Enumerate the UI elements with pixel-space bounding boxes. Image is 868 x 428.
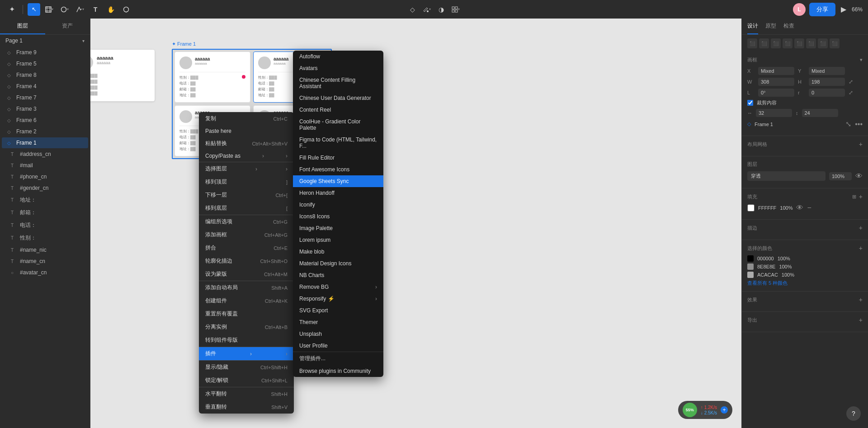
- plugin-lorem-ipsum[interactable]: Lorem ipsum: [293, 234, 383, 246]
- ctx-show-hide[interactable]: 显示/隐藏 Ctrl+Shift+H: [199, 361, 294, 374]
- ctx-plugins[interactable]: 插件 ›: [199, 347, 294, 360]
- ctx-outline-stroke[interactable]: 轮廓化描边 Ctrl+Shift+O: [199, 254, 294, 268]
- plugin-coolhue[interactable]: CoolHue - Gradient Color Palette: [293, 116, 383, 134]
- layer-frame9[interactable]: ◇ Frame 9: [2, 47, 88, 58]
- fill-visible-icon[interactable]: 👁: [796, 204, 803, 212]
- ctx-add-auto-layout[interactable]: 添加自动布局 Shift+A: [199, 281, 294, 294]
- fill-style-icon[interactable]: ⊞: [852, 194, 856, 200]
- padding-v-input[interactable]: [802, 109, 838, 117]
- layer-address-label[interactable]: T 地址：: [2, 194, 88, 206]
- plugin-responsify[interactable]: Responsify ⚡›: [293, 293, 383, 305]
- ctx-send-backward[interactable]: 下移一层 Ctrl+[: [199, 188, 294, 202]
- frame-options-icon[interactable]: •••: [855, 120, 863, 128]
- hand-tool[interactable]: ✋: [104, 3, 117, 16]
- plugin-fill-rule[interactable]: Fill Rule Editor: [293, 152, 383, 164]
- ctx-detach-instance[interactable]: 分离实例 Ctrl+Alt+B: [199, 320, 294, 334]
- layer-frame6[interactable]: ◇ Frame 6: [2, 115, 88, 126]
- tab-layers[interactable]: 图层: [0, 19, 45, 34]
- ctx-send-to-back[interactable]: 移到底层 [: [199, 202, 294, 215]
- align-center-v-icon[interactable]: ⬛: [794, 38, 804, 48]
- plugin-autoflow[interactable]: Autoflow: [293, 51, 383, 62]
- fill-add-icon[interactable]: +: [859, 193, 863, 200]
- ctx-add-frame[interactable]: 添加画框 Ctrl+Alt+G: [199, 228, 294, 241]
- comment-tool[interactable]: [120, 3, 132, 16]
- plugin-font-awesome[interactable]: Font Awesome Icons: [293, 164, 383, 175]
- ctx-flatten[interactable]: 拼合 Ctrl+E: [199, 241, 294, 254]
- plugin-content-reel[interactable]: Content Reel: [293, 104, 383, 116]
- align-top-icon[interactable]: ⬛: [783, 38, 793, 48]
- layer-frame2[interactable]: ◇ Frame 2: [2, 126, 88, 137]
- text-tool[interactable]: T: [89, 3, 102, 16]
- tab-inspect[interactable]: 检查: [783, 19, 794, 34]
- ctx-paste-replace[interactable]: 粘贴替换 Ctrl+Alt+Shift+V: [199, 137, 294, 150]
- view-all-colors[interactable]: 查看所有 5 种颜色: [747, 280, 863, 287]
- plugin-make-blob[interactable]: Make blob: [293, 246, 383, 258]
- plugin-image-palette[interactable]: Image Palette: [293, 222, 383, 234]
- half-circle-icon[interactable]: ◑: [435, 3, 448, 16]
- plugin-nb-charts[interactable]: NB Charts: [293, 269, 383, 281]
- layer-frame1[interactable]: ◇ Frame 1: [2, 137, 88, 148]
- distribute-h-icon[interactable]: ⬛: [818, 38, 828, 48]
- color-swatch-2[interactable]: [747, 263, 754, 270]
- ctx-bring-to-front[interactable]: 移到顶层 ]: [199, 175, 294, 188]
- frame-tool[interactable]: ▾: [43, 3, 56, 16]
- ctx-select-layer[interactable]: 选择图层 ›: [199, 162, 294, 175]
- ctx-create-component[interactable]: 创建组件 Ctrl+Alt+K: [199, 294, 294, 307]
- fill-color-swatch[interactable]: [747, 204, 755, 212]
- diamond-icon[interactable]: ◇: [406, 3, 419, 16]
- plugin-browse-community[interactable]: Browse plugins in Community: [293, 365, 383, 377]
- plugin-manage[interactable]: 管理插件...: [293, 352, 383, 365]
- visibility-icon[interactable]: 👁: [855, 172, 863, 180]
- color-swatch-1[interactable]: [747, 255, 754, 262]
- shape-tool[interactable]: ▾: [58, 3, 71, 16]
- network-expand-icon[interactable]: +: [721, 406, 728, 414]
- play-button[interactable]: ▶: [839, 3, 848, 15]
- stroke-add-icon[interactable]: +: [859, 224, 863, 231]
- ctx-group[interactable]: 编组所选项 Ctrl+G: [199, 215, 294, 228]
- layer-frame7[interactable]: ◇ Frame 7: [2, 92, 88, 103]
- share-button[interactable]: 分享: [809, 3, 835, 16]
- plugin-icons8[interactable]: Icons8 Icons: [293, 211, 383, 222]
- layout-add-icon[interactable]: +: [859, 141, 863, 148]
- plugin-unsplash[interactable]: Unsplash: [293, 328, 383, 340]
- ctx-reset-overrides[interactable]: 重置所有覆盖: [199, 307, 294, 320]
- fill-remove-icon[interactable]: −: [807, 204, 811, 212]
- padding-h-input[interactable]: [756, 109, 792, 117]
- page-indicator[interactable]: Page 1 ▾: [0, 35, 90, 47]
- layer-frame3[interactable]: ◇ Frame 3: [2, 103, 88, 114]
- layer-phone-label[interactable]: T 电话：: [2, 219, 88, 231]
- layer-gender-label[interactable]: T 性别：: [2, 232, 88, 244]
- layer-mail[interactable]: T #mail: [2, 160, 88, 171]
- plugin-avatars[interactable]: Avatars: [293, 62, 383, 74]
- plugin-heron-handoff[interactable]: Heron Handoff: [293, 187, 383, 199]
- layer-frame5[interactable]: ◇ Frame 5: [2, 58, 88, 69]
- layer-name-cn[interactable]: T #name_cn: [2, 256, 88, 267]
- layer-name-nic[interactable]: T #name_nic: [2, 245, 88, 255]
- select-tool[interactable]: ↖: [28, 3, 40, 16]
- plugin-remove-bg[interactable]: Remove BG›: [293, 281, 383, 293]
- ctx-flip-vertical[interactable]: 垂直翻转 Shift+V: [199, 400, 294, 414]
- layer-frame4[interactable]: ◇ Frame 4: [2, 81, 88, 92]
- align-center-h-icon[interactable]: ⬛: [759, 38, 769, 48]
- align-right-icon[interactable]: ⬛: [771, 38, 781, 48]
- align-left-icon[interactable]: ⬛: [747, 38, 757, 48]
- pen-tool[interactable]: ▾: [74, 3, 86, 16]
- ctx-copy[interactable]: 复制 Ctrl+C: [199, 112, 294, 125]
- layer-address[interactable]: T #address_cn: [2, 149, 88, 160]
- opacity-input[interactable]: [829, 172, 852, 180]
- ctx-flip-horizontal[interactable]: 水平翻转 Shift+H: [199, 387, 294, 400]
- resize-icon[interactable]: ⤢: [849, 79, 853, 85]
- plugin-themer[interactable]: Themer: [293, 316, 383, 328]
- plugin-user-profile[interactable]: User Profile: [293, 340, 383, 352]
- grid-icon[interactable]: ▾: [449, 3, 462, 16]
- plugin-iconify[interactable]: Iconify: [293, 199, 383, 211]
- layer-mail-label[interactable]: T 邮箱：: [2, 207, 88, 219]
- distribute-v-icon[interactable]: ⬛: [830, 38, 840, 48]
- figma-menu-icon[interactable]: ✦: [5, 3, 18, 16]
- layer-gender[interactable]: T #gender_cn: [2, 183, 88, 193]
- h-input[interactable]: [809, 78, 845, 86]
- ctx-copy-paste-as[interactable]: Copy/Paste as ›: [199, 150, 294, 162]
- export-add-icon[interactable]: +: [859, 316, 863, 324]
- y-input[interactable]: [809, 67, 845, 75]
- w-input[interactable]: [758, 78, 794, 86]
